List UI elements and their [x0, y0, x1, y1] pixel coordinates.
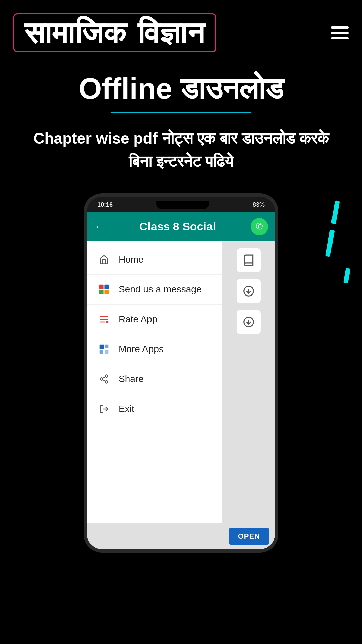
open-button[interactable]: OPEN	[229, 528, 269, 545]
spark-line-2	[325, 229, 335, 257]
spark-line-3	[343, 268, 351, 283]
svg-line-16	[103, 377, 106, 378]
message-label: Send us a message	[119, 284, 202, 295]
phone-volume-button	[84, 257, 85, 280]
share-icon	[97, 372, 111, 386]
phone-status-bar: 10:16 83%	[87, 197, 275, 212]
svg-rect-0	[99, 285, 104, 289]
more-apps-icon	[97, 342, 111, 357]
hamburger-menu-button[interactable]	[331, 26, 349, 39]
phone-battery: 83%	[253, 201, 265, 208]
app-toolbar: ← Class 8 Social ✆	[87, 212, 275, 241]
svg-point-7	[106, 321, 108, 323]
hamburger-line-1	[331, 26, 349, 29]
phone-mockup-container: 10:16 83% ← Class 8 Social ✆	[67, 193, 295, 553]
back-button[interactable]: ←	[94, 220, 105, 233]
menu-item-share[interactable]: Share	[87, 364, 222, 394]
svg-rect-11	[105, 350, 109, 354]
spark-decoration	[311, 200, 328, 274]
svg-rect-10	[100, 350, 103, 354]
home-label: Home	[119, 254, 144, 265]
svg-rect-8	[100, 344, 104, 349]
menu-item-more-apps[interactable]: More Apps	[87, 334, 222, 364]
menu-item-home[interactable]: Home	[87, 245, 222, 275]
toolbar-title: Class 8 Social	[111, 220, 245, 233]
menu-item-rate[interactable]: Rate App	[87, 305, 222, 334]
svg-point-12	[105, 375, 108, 377]
main-content: Offline डाउनलोड Chapter wise pdf नोट्स ए…	[0, 59, 362, 553]
rate-label: Rate App	[119, 314, 157, 325]
whatsapp-button[interactable]: ✆	[251, 218, 268, 235]
divider-line	[111, 112, 251, 113]
subtitle-text: Chapter wise pdf नोट्स एक बार डाउनलोड कर…	[20, 127, 342, 173]
home-icon	[97, 252, 111, 267]
hamburger-line-3	[331, 37, 349, 39]
sidebar-book-button[interactable]	[237, 248, 261, 272]
right-sidebar	[222, 241, 275, 523]
menu-drawer: Home Send us a message	[87, 241, 222, 523]
app-body: Home Send us a message	[87, 241, 275, 523]
svg-rect-9	[105, 344, 109, 348]
phone-mockup: 10:16 83% ← Class 8 Social ✆	[84, 193, 278, 553]
phone-notch	[156, 201, 209, 209]
more-apps-label: More Apps	[119, 344, 164, 355]
svg-rect-2	[99, 290, 104, 294]
offline-heading: Offline डाउनलोड	[20, 72, 342, 105]
svg-line-15	[103, 380, 106, 381]
menu-item-exit[interactable]: Exit	[87, 394, 222, 424]
exit-icon	[97, 401, 111, 416]
svg-rect-1	[104, 285, 109, 289]
whatsapp-icon: ✆	[256, 221, 263, 232]
svg-point-14	[105, 381, 108, 383]
message-icon	[97, 282, 111, 297]
phone-power-button	[277, 247, 278, 280]
header: सामाजिक विज्ञान	[0, 0, 362, 59]
svg-rect-3	[104, 290, 109, 294]
title-box: सामाजिक विज्ञान	[13, 13, 216, 52]
sidebar-download-button-2[interactable]	[237, 310, 261, 334]
sidebar-download-button-1[interactable]	[237, 279, 261, 303]
rate-icon	[97, 312, 111, 327]
share-label: Share	[119, 374, 144, 384]
app-title: सामाजिक विज्ञान	[24, 18, 205, 48]
svg-point-13	[100, 378, 103, 380]
phone-time: 10:16	[97, 201, 113, 208]
menu-item-message[interactable]: Send us a message	[87, 275, 222, 305]
open-btn-container: OPEN	[87, 523, 275, 549]
spark-line-1	[331, 200, 340, 224]
exit-label: Exit	[119, 404, 134, 414]
hamburger-line-2	[331, 32, 349, 34]
